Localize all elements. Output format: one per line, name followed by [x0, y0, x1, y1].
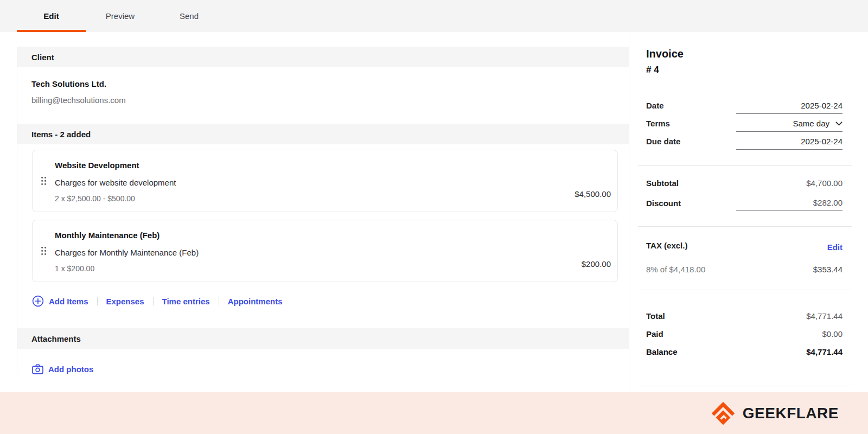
item-description: Charges for Monthly Maintenance (Feb)	[55, 248, 582, 257]
items-section-header: Items - 2 added	[17, 124, 629, 144]
geekflare-wordmark: GEEKFLARE	[743, 405, 839, 422]
add-photos-button[interactable]: Add photos	[32, 364, 629, 374]
add-items-label: Add Items	[49, 297, 88, 306]
invoice-edit-panel: Client Tech Solutions Ltd. billing@techs…	[0, 32, 629, 392]
item-card[interactable]: Monthly Maintenance (Feb) Charges for Mo…	[32, 220, 618, 282]
tax-detail: 8% of $4,418.00	[646, 265, 705, 274]
client-section-title: Client	[31, 53, 54, 62]
sidebar-divider	[638, 386, 852, 386]
camera-icon	[32, 364, 43, 374]
sidebar-divider	[638, 290, 852, 290]
date-input[interactable]: 2025-02-24	[736, 101, 843, 114]
geekflare-logo-icon	[711, 401, 736, 426]
time-entries-button[interactable]: Time entries	[162, 297, 210, 306]
tab-send[interactable]: Send	[155, 0, 224, 32]
plus-circle-icon	[32, 295, 44, 307]
item-amount: $4,500.00	[575, 189, 617, 212]
attachments-section-title: Attachments	[31, 334, 81, 343]
drag-dots-icon	[41, 246, 47, 256]
tax-label: TAX (excl.)	[646, 241, 687, 253]
item-title: Website Development	[55, 161, 575, 170]
terms-select[interactable]: Same day	[736, 119, 843, 132]
appointments-button[interactable]: Appointments	[228, 297, 283, 306]
invoice-summary-sidebar: Invoice # 4 Date 2025-02-24 Terms Same d…	[629, 32, 868, 392]
add-photos-label: Add photos	[48, 365, 93, 374]
due-date-input[interactable]: 2025-02-24	[736, 137, 843, 150]
items-section-title: Items - 2 added	[31, 130, 91, 139]
discount-label: Discount	[646, 199, 681, 211]
terms-label: Terms	[646, 119, 670, 132]
due-date-label: Due date	[646, 137, 680, 150]
subtotal-label: Subtotal	[646, 178, 679, 191]
item-title: Monthly Maintenance (Feb)	[55, 231, 582, 240]
balance-value: $4,771.44	[806, 347, 843, 356]
due-date-field-row: Due date 2025-02-24	[646, 132, 843, 150]
tab-bar: Edit Preview Send	[0, 0, 868, 32]
item-quantity-line: 1 x $200.00	[55, 264, 582, 273]
sidebar-divider	[638, 165, 852, 166]
tax-header-row: TAX (excl.) Edit	[646, 241, 843, 253]
footer-brand-bar: GEEKFLARE	[0, 392, 868, 434]
invoice-title: Invoice	[646, 48, 843, 60]
paid-label: Paid	[646, 329, 663, 339]
client-name: Tech Solutions Ltd.	[31, 79, 615, 88]
date-field-row: Date 2025-02-24	[646, 96, 843, 114]
total-label: Total	[646, 311, 665, 321]
paid-value: $0.00	[822, 329, 843, 339]
total-row: Total $4,771.44	[646, 307, 843, 325]
item-amount: $200.00	[582, 259, 617, 282]
drag-handle[interactable]	[33, 220, 55, 282]
subtotal-row: Subtotal $4,700.00	[646, 178, 843, 191]
date-label: Date	[646, 101, 664, 114]
add-items-button[interactable]: Add Items	[32, 295, 88, 307]
subtotal-value: $4,700.00	[806, 178, 843, 191]
discount-input[interactable]: $282.00	[736, 198, 843, 211]
expenses-label: Expenses	[106, 297, 144, 306]
item-description: Charges for website development	[55, 178, 575, 187]
chevron-down-icon	[835, 122, 843, 126]
expenses-button[interactable]: Expenses	[106, 297, 144, 306]
content-area: Client Tech Solutions Ltd. billing@techs…	[0, 32, 868, 392]
tax-edit-button[interactable]: Edit	[827, 242, 843, 252]
tab-edit[interactable]: Edit	[17, 0, 86, 32]
invoice-number: # 4	[646, 65, 843, 75]
paid-row: Paid $0.00	[646, 325, 843, 343]
item-card[interactable]: Website Development Charges for website …	[32, 150, 618, 212]
client-section-header: Client	[17, 47, 629, 67]
link-separator	[97, 297, 98, 305]
drag-handle[interactable]	[33, 150, 55, 212]
total-value: $4,771.44	[806, 311, 843, 321]
balance-row: Balance $4,771.44	[646, 343, 843, 361]
tax-amount: $353.44	[813, 265, 843, 274]
terms-value: Same day	[793, 119, 829, 128]
drag-dots-icon	[41, 176, 47, 186]
item-list: Website Development Charges for website …	[17, 144, 629, 282]
sidebar-divider	[638, 226, 852, 227]
link-separator	[219, 297, 219, 305]
terms-field-row: Terms Same day	[646, 114, 843, 132]
tax-detail-row: 8% of $4,418.00 $353.44	[646, 265, 843, 274]
item-quantity-line: 2 x $2,500.00 - $500.00	[55, 194, 575, 203]
client-email: billing@techsolutions.com	[31, 95, 615, 105]
tab-preview[interactable]: Preview	[86, 0, 155, 32]
item-actions-row: Add Items Expenses Time entries Appointm…	[32, 295, 629, 307]
balance-label: Balance	[646, 347, 678, 356]
link-separator	[153, 297, 154, 305]
client-info[interactable]: Tech Solutions Ltd. billing@techsolution…	[17, 67, 629, 124]
attachments-section-header: Attachments	[17, 328, 629, 349]
appointments-label: Appointments	[228, 297, 283, 306]
time-entries-label: Time entries	[162, 297, 210, 306]
discount-row: Discount $282.00	[646, 198, 843, 211]
